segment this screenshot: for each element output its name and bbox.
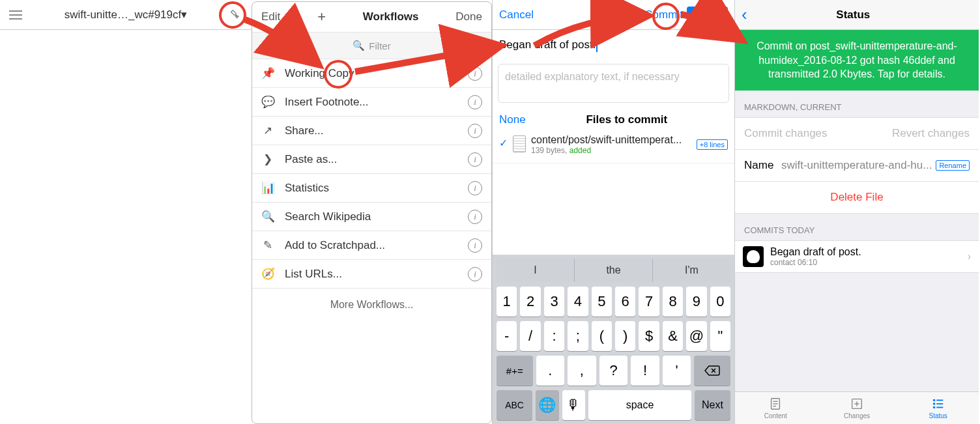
- workflow-icon: ❯: [261, 152, 274, 166]
- key[interactable]: 7: [639, 287, 659, 317]
- tab-status[interactable]: Status: [897, 392, 979, 424]
- file-row[interactable]: ✓ content/post/swift-unittemperat... 139…: [493, 130, 734, 163]
- tab-changes[interactable]: Changes: [816, 392, 898, 424]
- edit-button[interactable]: Edit: [261, 10, 280, 23]
- keyboard: ItheI'm 1234567890 -/:;()$&@" #+= .,?!' …: [493, 255, 734, 424]
- workflow-icon: 🔍: [261, 210, 274, 223]
- key[interactable]: ': [663, 356, 691, 386]
- next-key[interactable]: Next: [695, 390, 730, 420]
- workflow-item[interactable]: 📊Statisticsi: [252, 174, 491, 203]
- workflow-label: Paste as...: [285, 153, 337, 166]
- menu-icon[interactable]: [3, 10, 29, 20]
- key[interactable]: 6: [615, 287, 635, 317]
- status-panel: ‹ Status Commit on post_swift-unittemper…: [734, 0, 979, 424]
- tab-content[interactable]: Content: [735, 392, 816, 424]
- commit-button[interactable]: Commit: [644, 8, 683, 21]
- workflow-item[interactable]: ❯Paste as...i: [252, 145, 491, 174]
- key[interactable]: ;: [568, 321, 588, 351]
- rename-button[interactable]: Rename: [936, 160, 970, 171]
- info-icon[interactable]: i: [468, 95, 482, 109]
- suggestion-key[interactable]: the: [575, 259, 652, 282]
- workflow-label: Working Copy: [285, 67, 354, 80]
- info-icon[interactable]: i: [468, 210, 482, 224]
- file-name: content/post/swift-unittemperat...: [531, 134, 691, 146]
- key[interactable]: 4: [568, 287, 588, 317]
- wrench-icon[interactable]: [223, 8, 249, 22]
- file-icon: [513, 135, 526, 152]
- key[interactable]: 9: [686, 287, 706, 317]
- info-icon[interactable]: i: [468, 124, 482, 138]
- status-banner[interactable]: Commit on post_swift-unittemperature-and…: [735, 30, 979, 91]
- workflow-item[interactable]: 💬Insert Footnote...i: [252, 88, 491, 117]
- workflow-item[interactable]: ↗Share...i: [252, 117, 491, 145]
- workflow-label: Statistics: [285, 182, 329, 195]
- suggestion-key[interactable]: I'm: [653, 259, 730, 282]
- commit-description-input[interactable]: detailed explanatory text, if necessary: [498, 64, 729, 103]
- key[interactable]: 0: [710, 287, 730, 317]
- workflow-item[interactable]: 🔍Search Wikipediai: [252, 203, 491, 231]
- commit-history-row[interactable]: Began draft of post. contact 06:10 ›: [735, 240, 979, 273]
- key[interactable]: /: [520, 321, 540, 351]
- suggestion-key[interactable]: I: [497, 259, 574, 282]
- key[interactable]: ,: [568, 356, 596, 386]
- space-key[interactable]: space: [588, 390, 691, 420]
- key[interactable]: @: [686, 321, 706, 351]
- workflow-icon: ✎: [261, 238, 274, 252]
- globe-key[interactable]: 🌐: [536, 390, 558, 420]
- section-header: COMMITS TODAY: [735, 214, 979, 240]
- document-title[interactable]: swift-unitte…_wc#919cf▾: [29, 8, 223, 21]
- workflow-icon: 🧭: [261, 267, 274, 281]
- mic-key[interactable]: 🎙: [562, 390, 585, 420]
- avatar: [743, 246, 764, 267]
- workflow-label: Share...: [285, 124, 324, 137]
- abc-key[interactable]: ABC: [497, 390, 532, 420]
- key[interactable]: !: [631, 356, 659, 386]
- svg-point-7: [933, 400, 934, 401]
- key[interactable]: 2: [520, 287, 540, 317]
- file-name-value: swift-unittemperature-and-hu...: [781, 159, 932, 172]
- info-icon[interactable]: i: [468, 267, 482, 281]
- backspace-key[interactable]: [694, 356, 730, 386]
- key[interactable]: ): [615, 321, 635, 351]
- workflow-item[interactable]: 📌Working Copyi: [252, 59, 491, 88]
- key[interactable]: $: [639, 321, 659, 351]
- push-button[interactable]: + Push: [687, 7, 728, 23]
- key[interactable]: .: [536, 356, 565, 386]
- select-none-button[interactable]: None: [499, 113, 526, 126]
- done-button[interactable]: Done: [455, 10, 482, 23]
- filter-input[interactable]: 🔍 Filter: [252, 32, 491, 59]
- cancel-button[interactable]: Cancel: [499, 8, 534, 21]
- chevron-right-icon: ›: [968, 251, 971, 262]
- workflow-item[interactable]: 🧭List URLs...i: [252, 260, 491, 289]
- delete-file-button[interactable]: Delete File: [735, 182, 979, 214]
- info-icon[interactable]: i: [468, 152, 482, 167]
- key[interactable]: :: [544, 321, 564, 351]
- svg-point-9: [933, 403, 934, 404]
- key[interactable]: (: [592, 321, 612, 351]
- workflow-label: Add to Scratchpad...: [285, 239, 385, 252]
- diff-badge[interactable]: +8 lines: [697, 139, 728, 150]
- key[interactable]: 1: [497, 287, 517, 317]
- key[interactable]: 5: [592, 287, 612, 317]
- key[interactable]: 8: [663, 287, 683, 317]
- more-workflows-button[interactable]: More Workflows...: [252, 289, 491, 321]
- info-icon[interactable]: i: [468, 238, 482, 253]
- key[interactable]: &: [663, 321, 683, 351]
- add-workflow-button[interactable]: +: [317, 8, 326, 25]
- info-icon[interactable]: i: [468, 181, 482, 195]
- symbols-key[interactable]: #+=: [497, 356, 533, 386]
- workflow-item[interactable]: ✎Add to Scratchpad...i: [252, 231, 491, 260]
- key[interactable]: 3: [544, 287, 564, 317]
- name-label: Name: [744, 159, 773, 172]
- commit-panel: Cancel Commit + Push Began draft of post…: [492, 0, 734, 424]
- commit-message-input[interactable]: Began draft of post.: [493, 30, 734, 60]
- workflows-title: Workflows: [363, 10, 419, 23]
- workflow-label: Insert Footnote...: [285, 96, 369, 109]
- key[interactable]: -: [497, 321, 517, 351]
- commit-changes-button: Commit changes: [744, 127, 828, 140]
- section-header: MARKDOWN, CURRENT: [735, 91, 979, 117]
- files-to-commit-label: Files to commit: [526, 113, 728, 126]
- key[interactable]: ?: [599, 356, 628, 386]
- key[interactable]: ": [710, 321, 730, 351]
- info-icon[interactable]: i: [468, 66, 482, 81]
